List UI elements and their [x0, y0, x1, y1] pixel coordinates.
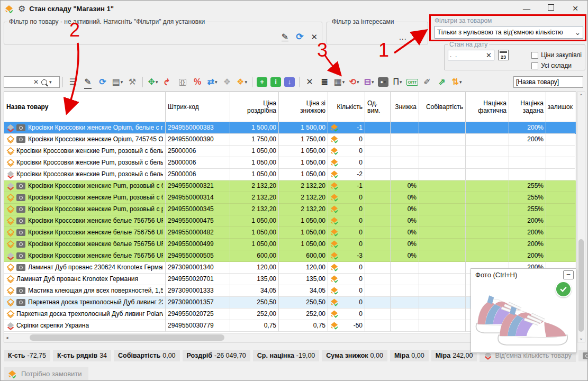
- close-button[interactable]: ✕: [563, 1, 587, 16]
- transfer-arrows-icon[interactable]: ⇄▾: [205, 76, 219, 88]
- download-icon[interactable]: ↓: [284, 77, 295, 87]
- product-layers-icon: [6, 264, 15, 272]
- purchase-prices-checkbox[interactable]: Ціни закупівлі: [531, 51, 582, 59]
- discount-price-cell: 1 050,00: [279, 227, 328, 239]
- move-arrows-icon[interactable]: ✥▾: [146, 76, 160, 88]
- search-input[interactable]: [6, 78, 33, 86]
- quantity-layers-icon: [330, 124, 338, 132]
- quantity-value: 0: [339, 227, 363, 238]
- table-row[interactable]: Кросівки Кроссовки женские Pum, розовый …: [4, 192, 576, 204]
- calendar-icon[interactable]: 23: [498, 50, 509, 60]
- column-header-10[interactable]: Націнка задана: [509, 92, 546, 122]
- minimize-button[interactable]: —: [514, 1, 539, 16]
- filter-edit-pencil-icon[interactable]: ✎: [282, 33, 288, 41]
- photo-popup-minimize-button[interactable]: –: [563, 270, 574, 279]
- table-row[interactable]: Кросівки Кроссовки женские Opium, 745745…: [4, 134, 576, 146]
- discount-price-cell: 1 500,00: [279, 122, 328, 134]
- filter-refresh-icon[interactable]: ⟳: [296, 31, 303, 42]
- column-header-1[interactable]: Назва товару: [4, 92, 166, 122]
- date-clear-icon[interactable]: ✕: [486, 51, 492, 59]
- search-box[interactable]: ✕ ▾: [4, 76, 60, 88]
- goods-filter-dropdown[interactable]: Тільки з нульовою та від'ємною кількістю…: [435, 26, 583, 39]
- edit-list-icon[interactable]: ✐: [420, 76, 434, 88]
- table-row[interactable]: Кросівки Кроссовки женские Pum, розовый …: [4, 169, 576, 180]
- chart-icon[interactable]: ⇗: [435, 76, 449, 88]
- filter-funnel-icon[interactable]: ☰: [66, 76, 80, 88]
- layers-gray-icon[interactable]: ❖: [220, 76, 234, 88]
- column-header-5[interactable]: Кількість: [328, 92, 365, 122]
- table-row[interactable]: Кросівки Кроссовки женские белые 756756 …: [4, 239, 576, 250]
- sync-icon[interactable]: ⟲▾: [347, 76, 361, 88]
- column-header-3[interactable]: Ціна роздрібна: [230, 92, 279, 122]
- table-row[interactable]: Кросівки Кроссовки женские Pum, розовый …: [4, 157, 576, 169]
- checkbox-box[interactable]: [531, 52, 538, 59]
- filter-clear-icon[interactable]: ✕: [311, 32, 318, 42]
- unit-cell: [365, 262, 391, 274]
- table-row[interactable]: Кросівки Кроссовки женские белые 756756 …: [4, 250, 576, 262]
- opt-doc-icon[interactable]: ОПТ: [405, 76, 419, 88]
- info-icon[interactable]: i: [270, 77, 281, 87]
- markup-set-cell: 200%: [509, 227, 546, 239]
- clipboard-icon[interactable]: ▤▾: [111, 76, 124, 88]
- layers-orange-icon[interactable]: ❖▾: [235, 76, 249, 88]
- column-header-11[interactable]: Мін. залишок: [546, 92, 575, 122]
- interest-more-button[interactable]: ...: [399, 33, 407, 41]
- horizontal-scroll-thumb[interactable]: [30, 334, 224, 341]
- camera-icon[interactable]: ●▾: [378, 77, 388, 87]
- interest-filter-label: Фільтр за інтересами: [330, 18, 395, 25]
- unit-cell: [365, 274, 391, 285]
- scroll-up-icon[interactable]: ⌃: [577, 93, 585, 99]
- refresh-icon[interactable]: ⟳: [96, 76, 110, 88]
- search-magnifier-icon[interactable]: [41, 79, 47, 85]
- retail-price-cell: 1 050,00: [230, 227, 279, 239]
- table-row[interactable]: Кросівки Кроссовки женские Pum, розовый …: [4, 146, 576, 157]
- save-template-icon[interactable]: {}: [176, 76, 189, 88]
- printer-icon[interactable]: ⊟▾: [362, 76, 376, 88]
- barcode-cell: 2949550000482: [166, 227, 230, 239]
- column-header-6[interactable]: Од. вим.: [365, 92, 391, 122]
- column-header-2[interactable]: Штрих-код: [166, 92, 230, 122]
- search-clear-icon[interactable]: ✕: [33, 78, 39, 86]
- product-name-cell: Ламинат Дуб прованс 230624 Kronotex Герм…: [4, 262, 166, 274]
- status-chip-label: Сума знижок: [326, 352, 368, 359]
- percent-icon[interactable]: %: [191, 76, 204, 88]
- table-row[interactable]: Кросівки Кроссовки женские Pum, розовый …: [4, 204, 576, 215]
- discount-cell: 0%: [391, 250, 419, 262]
- column-header-9[interactable]: Націнка фактична: [466, 92, 509, 122]
- sort-arrows-icon[interactable]: ⇅▾: [450, 76, 464, 88]
- table-row[interactable]: Кросівки Кроссовки женские белые 756756 …: [4, 227, 576, 239]
- scroll-left-icon[interactable]: ◂: [6, 334, 8, 342]
- column-header-7[interactable]: Знижка: [391, 92, 419, 122]
- table-row[interactable]: Кросівки Кроссовки женские Opium, белые …: [4, 122, 576, 134]
- scroll-down-icon[interactable]: ⌄: [577, 335, 585, 341]
- gear-icon[interactable]: ⚙: [18, 4, 25, 14]
- table-row[interactable]: Кросівки Кроссовки женские Pum, розовый …: [4, 180, 576, 192]
- product-name: Кросівки Кроссовки женские белые 756756 …: [28, 250, 163, 261]
- table-row[interactable]: Кросівки Кроссовки женские белые 756756 …: [4, 215, 576, 227]
- vertical-scrollbar[interactable]: ⌃ ⌄: [577, 92, 585, 342]
- checkbox-box[interactable]: [531, 62, 538, 69]
- product-name-cell: Кросівки Кроссовки женские Opium, белые …: [4, 122, 166, 134]
- rows-icon[interactable]: ≣: [318, 76, 331, 88]
- product-name: Кросівки Кроссовки женские Pum, розовый …: [28, 180, 163, 192]
- photo-toggle[interactable]: фото: [578, 350, 588, 361]
- clear-x-icon[interactable]: ✕: [303, 76, 316, 88]
- maximize-button[interactable]: [539, 1, 563, 16]
- column-header-4[interactable]: Ціна зі знижкою: [279, 92, 328, 122]
- column-name-field[interactable]: [513, 76, 583, 88]
- search-dropdown-arrow-icon[interactable]: ▾: [49, 79, 52, 85]
- all-warehouses-checkbox[interactable]: Усі склади: [531, 62, 582, 69]
- undo-arrow-icon[interactable]: ↷: [161, 76, 175, 88]
- column-header-8[interactable]: Собівартість: [419, 92, 466, 122]
- vertical-scroll-thumb[interactable]: [578, 239, 584, 332]
- add-icon[interactable]: +: [257, 77, 267, 87]
- purchase-prices-label: Ціни закупівлі: [541, 51, 582, 59]
- pi-icon[interactable]: П▾: [391, 76, 404, 88]
- need-to-order-tab[interactable]: Потрібно замовити: [4, 367, 88, 380]
- interest-clear-icon[interactable]: ✕: [415, 32, 422, 42]
- edit-pencil-icon[interactable]: ✎: [81, 76, 95, 88]
- wrench-icon[interactable]: ⚒: [125, 76, 139, 88]
- table-grid-icon[interactable]: ▦▾: [332, 76, 346, 88]
- barcode-cell: 2949550020701: [166, 274, 230, 285]
- product-name-cell: Скріпки скрепки Украина: [4, 320, 166, 332]
